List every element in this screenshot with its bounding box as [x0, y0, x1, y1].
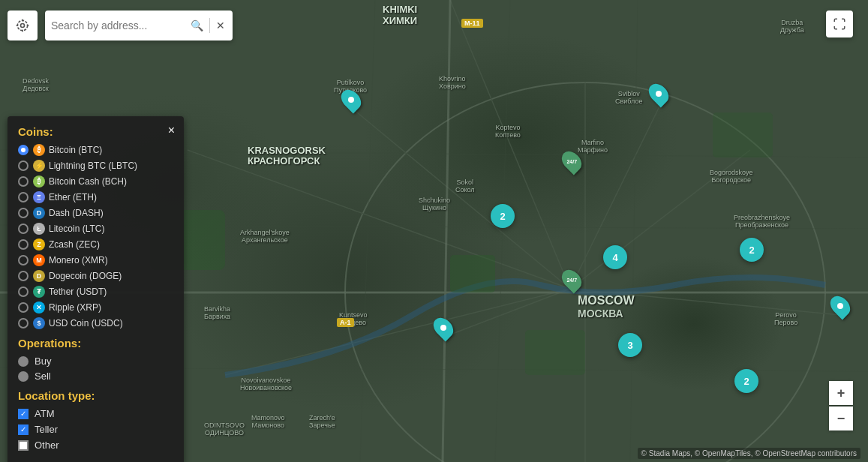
filter-panel-close[interactable]: × — [168, 124, 175, 137]
cluster-3-south[interactable]: 3 — [618, 333, 642, 357]
coin-item-eth[interactable]: Ξ Ether (ETH) — [18, 191, 173, 203]
coin-icon-dash: D — [33, 207, 45, 219]
location-atm[interactable]: ✓ ATM — [18, 408, 173, 419]
op-label-sell: Sell — [35, 370, 51, 382]
map-attribution: © Stadia Maps, © OpenMapTiles, © OpenStr… — [638, 448, 860, 459]
coin-radio-usdc — [18, 318, 29, 328]
op-label-buy: Buy — [35, 356, 51, 367]
filter-panel: × Coins: ₿ Bitcoin (BTC) ⚡ Lightning BTC… — [8, 116, 184, 462]
coin-icon-btc: ₿ — [33, 144, 45, 156]
search-clear-button[interactable]: ✕ — [215, 18, 227, 33]
coin-radio-lbtc — [18, 160, 29, 171]
coin-label-bch: Bitcoin Cash (BCH) — [49, 176, 127, 187]
checkbox-atm: ✓ — [18, 409, 29, 419]
coin-item-xmr[interactable]: M Monero (XMR) — [18, 254, 173, 266]
coin-item-usdt[interactable]: ₮ Tether (USDT) — [18, 286, 173, 298]
cluster-2-shchukino[interactable]: 2 — [491, 204, 515, 228]
coin-item-usdc[interactable]: $ USD Coin (USDC) — [18, 317, 173, 329]
coin-label-lbtc: Lightning BTC (LBTC) — [49, 160, 137, 171]
operation-buy[interactable]: Buy — [18, 356, 173, 367]
coin-radio-usdt — [18, 286, 29, 297]
operation-sell[interactable]: Sell — [18, 370, 173, 382]
coin-label-doge: Dogecoin (DOGE) — [49, 271, 122, 281]
coin-icon-xmr: M — [33, 254, 45, 266]
cluster-2-southeast[interactable]: 2 — [734, 369, 758, 393]
loc-label-other: Other — [35, 440, 59, 451]
coin-icon-xrp: ✕ — [33, 302, 45, 314]
marker-perovo[interactable] — [832, 295, 848, 317]
coin-item-lbtc[interactable]: ⚡ Lightning BTC (LBTC) — [18, 160, 173, 172]
svg-point-23 — [21, 24, 25, 28]
loc-label-teller: Teller — [35, 424, 58, 435]
search-input[interactable] — [51, 20, 189, 32]
search-button[interactable]: 🔍 — [189, 18, 205, 33]
coin-radio-xmr — [18, 255, 29, 266]
zoom-in-button[interactable]: + — [829, 381, 853, 405]
coin-icon-usdc: $ — [33, 317, 45, 329]
zoom-controls: + − — [829, 381, 853, 432]
coin-icon-eth: Ξ — [33, 191, 45, 203]
coin-label-dash: Dash (DASH) — [49, 208, 104, 218]
search-bar: 🔍 ✕ — [45, 10, 233, 40]
coin-radio-xrp — [18, 302, 29, 313]
coin-icon-ltc: Ł — [33, 223, 45, 235]
location-teller[interactable]: ✓ Teller — [18, 424, 173, 435]
op-radio-sell — [18, 371, 29, 382]
operations-title: Operations: — [18, 337, 173, 350]
checkbox-other — [18, 440, 29, 451]
coin-label-ltc: Litecoin (LTC) — [49, 224, 104, 234]
marker-sviblov[interactable] — [650, 82, 667, 105]
highway-badge-m11: M-11 — [461, 19, 483, 28]
coin-icon-zec: Z — [33, 238, 45, 250]
coin-label-usdc: USD Coin (USDC) — [49, 318, 123, 328]
fullscreen-button[interactable] — [826, 10, 853, 38]
operations-section: Operations: Buy Sell — [18, 337, 173, 382]
coin-radio-ltc — [18, 224, 29, 234]
coin-item-bch[interactable]: ₿ Bitcoin Cash (BCH) — [18, 176, 173, 188]
my-location-button[interactable] — [8, 10, 38, 40]
zoom-out-button[interactable]: − — [829, 406, 853, 430]
location-type-section: Location type: ✓ ATM ✓ Teller Other — [18, 389, 173, 451]
cluster-2-east[interactable]: 2 — [740, 238, 764, 262]
checkbox-teller: ✓ — [18, 424, 29, 435]
coin-icon-usdt: ₮ — [33, 286, 45, 298]
coin-item-btc[interactable]: ₿ Bitcoin (BTC) — [18, 144, 173, 156]
coin-radio-zec — [18, 239, 29, 250]
coin-radio-eth — [18, 192, 29, 202]
location-type-title: Location type: — [18, 389, 173, 402]
coin-label-zec: Zcash (ZEC) — [49, 239, 100, 250]
coin-label-xmr: Monero (XMR) — [49, 255, 108, 266]
coin-item-xrp[interactable]: ✕ Ripple (XRP) — [18, 302, 173, 314]
coin-item-ltc[interactable]: Ł Litecoin (LTC) — [18, 223, 173, 235]
coin-item-dash[interactable]: D Dash (DASH) — [18, 207, 173, 219]
coin-icon-lbtc: ⚡ — [33, 160, 45, 172]
marker-putilkovo[interactable] — [343, 88, 359, 111]
coin-icon-doge: D — [33, 270, 45, 282]
op-radio-buy — [18, 356, 29, 367]
marker-south[interactable] — [435, 316, 452, 339]
svg-point-24 — [17, 20, 27, 30]
cluster-4-center[interactable]: 4 — [603, 245, 627, 269]
coin-radio-dash — [18, 208, 29, 218]
location-other[interactable]: Other — [18, 440, 173, 451]
coin-radio-doge — [18, 271, 29, 281]
search-divider — [209, 18, 210, 33]
coin-item-doge[interactable]: D Dogecoin (DOGE) — [18, 270, 173, 282]
map[interactable]: KHIMKI ХИМКИ KRASNOGORSK КРАСНОГОРСК MOS… — [0, 0, 868, 462]
marker-24-marfino[interactable]: 24/7 — [563, 150, 580, 172]
coins-section-title: Coins: — [18, 125, 173, 138]
coin-label-eth: Ether (ETH) — [49, 192, 97, 202]
coin-label-usdt: Tether (USDT) — [49, 286, 107, 297]
loc-label-atm: ATM — [35, 408, 54, 419]
coin-label-xrp: Ripple (XRP) — [49, 302, 101, 313]
coin-item-zec[interactable]: Z Zcash (ZEC) — [18, 238, 173, 250]
coin-icon-bch: ₿ — [33, 176, 45, 188]
marker-24-center[interactable]: 24/7 — [563, 268, 580, 291]
highway-badge-a1: A-1 — [337, 318, 354, 327]
coin-radio-btc — [18, 145, 29, 155]
coin-radio-bch — [18, 176, 29, 187]
coin-label-btc: Bitcoin (BTC) — [49, 145, 102, 155]
